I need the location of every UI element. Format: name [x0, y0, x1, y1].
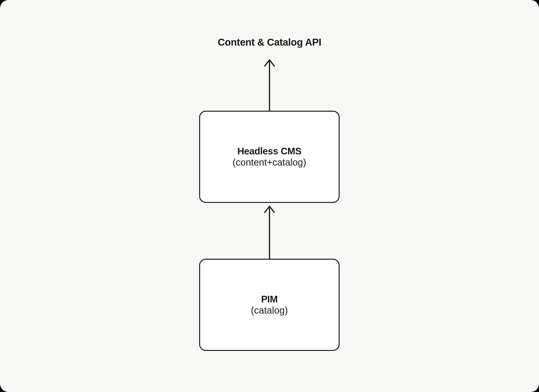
node-pim: PIM (catalog)	[199, 259, 340, 351]
diagram-canvas: Content & Catalog API Headless CMS (cont…	[0, 0, 539, 392]
arrow-cms-to-api	[262, 57, 277, 112]
diagram-title: Content & Catalog API	[0, 37, 539, 48]
node-subtitle: (content+catalog)	[232, 157, 306, 168]
node-title: PIM	[261, 294, 278, 305]
arrow-pim-to-cms	[262, 203, 277, 260]
node-headless-cms: Headless CMS (content+catalog)	[199, 111, 340, 203]
node-title: Headless CMS	[237, 146, 302, 157]
node-subtitle: (catalog)	[251, 305, 288, 316]
